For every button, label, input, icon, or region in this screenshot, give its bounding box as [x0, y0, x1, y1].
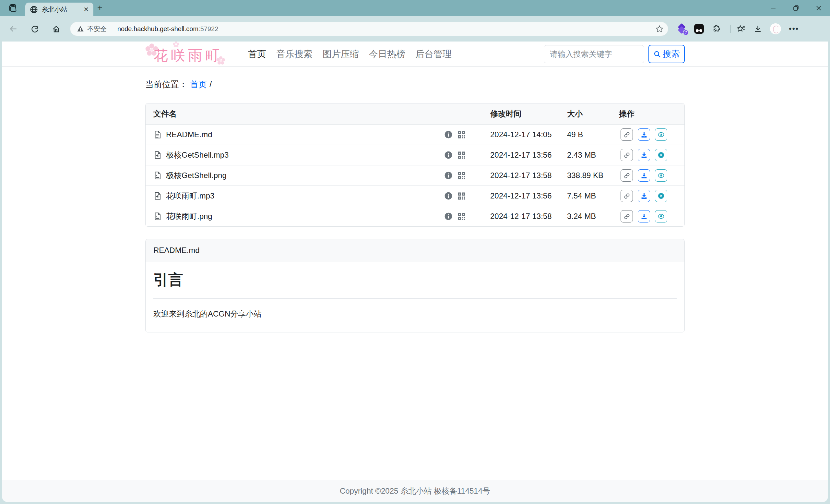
file-modified: 2024-12-17 13:56 — [490, 151, 567, 160]
info-icon[interactable] — [444, 212, 453, 221]
downloads-icon[interactable] — [754, 25, 762, 33]
qr-code-icon[interactable] — [457, 151, 466, 159]
file-name[interactable]: 极核GetShell.mp3 — [166, 150, 229, 160]
more-menu-icon[interactable]: ••• — [789, 24, 799, 33]
qr-code-icon[interactable] — [457, 213, 466, 221]
omnibox-divider — [112, 25, 112, 32]
file-size: 338.89 KB — [567, 171, 619, 180]
nav-item-admin[interactable]: 后台管理 — [415, 48, 452, 60]
back-button[interactable] — [8, 23, 19, 34]
restore-button[interactable] — [785, 0, 807, 16]
copyright-text: Copyright ©2025 糸北小站 极核备114514号 — [340, 486, 490, 496]
nav-item-hot-list[interactable]: 今日热榜 — [369, 48, 405, 60]
search-icon — [653, 51, 661, 58]
profile-avatar[interactable] — [770, 23, 781, 34]
home-button[interactable] — [51, 23, 62, 34]
browser-tab[interactable]: 糸北小站 ✕ — [25, 3, 93, 16]
file-table: 文件名 修改时间 大小 操作 README.md — [145, 103, 685, 227]
qr-code-icon[interactable] — [457, 192, 466, 200]
file-image-icon — [153, 171, 162, 180]
file-size: 3.24 MB — [567, 212, 619, 221]
tab-title: 糸北小站 — [41, 5, 82, 14]
extensions-puzzle-icon[interactable] — [712, 24, 721, 33]
site-logo[interactable]: 花咲雨町 — [145, 41, 230, 67]
table-row: 花咲雨町.mp3 2024-12-17 13:56 7.54 MB — [146, 186, 684, 206]
table-row: README.md 2024-12-17 14:05 49 B — [146, 124, 684, 145]
globe-favicon — [30, 5, 38, 13]
reload-button[interactable] — [29, 23, 40, 34]
file-modified: 2024-12-17 13:58 — [490, 171, 567, 180]
file-table-body: README.md 2024-12-17 14:05 49 B — [146, 124, 684, 226]
search-box: 搜索 — [544, 45, 685, 63]
extension-widget-icon[interactable] — [694, 24, 704, 34]
file-size: 2.43 MB — [567, 151, 619, 160]
toolbar-extensions: 7 ••• — [677, 23, 807, 34]
search-input[interactable] — [544, 45, 644, 63]
breadcrumb-home-link[interactable]: 首页 — [190, 79, 207, 90]
search-button-label: 搜索 — [663, 48, 680, 60]
address-bar[interactable]: 不安全 node.hackhub.get-shell.com :57922 — [70, 22, 668, 36]
copy-link-button[interactable] — [620, 128, 633, 141]
close-window-button[interactable] — [807, 0, 830, 16]
download-button[interactable] — [638, 190, 650, 202]
play-button[interactable] — [655, 190, 667, 202]
url-host[interactable]: node.hackhub.get-shell.com — [117, 25, 198, 33]
breadcrumb-separator: / — [210, 80, 212, 90]
window-controls — [762, 0, 830, 16]
main-nav: 首页 音乐搜索 图片压缩 今日热榜 后台管理 — [248, 48, 452, 60]
table-row: 花咲雨町.png 2024-12-17 13:58 3.24 MB — [146, 206, 684, 226]
qr-code-icon[interactable] — [457, 171, 466, 180]
readme-paragraph: 欢迎来到糸北的ACGN分享小站 — [153, 309, 677, 319]
new-tab-button[interactable]: + — [97, 3, 102, 12]
file-modified: 2024-12-17 13:56 — [490, 191, 567, 200]
file-size: 7.54 MB — [567, 191, 619, 200]
site-header: 花咲雨町 首页 音乐搜索 图片压缩 今日热榜 后台管理 搜索 — [2, 41, 828, 67]
nav-item-image-compress[interactable]: 图片压缩 — [323, 48, 359, 60]
preview-eye-button[interactable] — [655, 210, 667, 222]
readme-card-body: 引言 欢迎来到糸北的ACGN分享小站 — [146, 261, 684, 332]
tab-strip: 糸北小站 ✕ + — [0, 0, 830, 16]
play-button[interactable] — [655, 149, 667, 161]
search-button[interactable]: 搜索 — [648, 45, 685, 63]
collections-icon[interactable] — [737, 24, 746, 33]
browser-toolbar: 不安全 node.hackhub.get-shell.com :57922 7 — [0, 16, 830, 41]
header-actions: 操作 — [619, 108, 684, 119]
download-button[interactable] — [638, 128, 650, 141]
file-name[interactable]: 花咲雨町.mp3 — [166, 191, 214, 201]
info-icon[interactable] — [444, 171, 453, 180]
file-name[interactable]: 花咲雨町.png — [166, 211, 212, 222]
download-button[interactable] — [638, 149, 650, 161]
info-icon[interactable] — [444, 151, 453, 159]
readme-preview-card: README.md 引言 欢迎来到糸北的ACGN分享小站 — [145, 239, 685, 333]
file-text-icon — [153, 130, 162, 139]
tab-close-icon[interactable]: ✕ — [82, 5, 90, 13]
warning-icon — [77, 25, 84, 32]
security-label[interactable]: 不安全 — [87, 25, 107, 33]
file-name[interactable]: 极核GetShell.png — [166, 170, 227, 181]
workspaces-icon[interactable] — [8, 4, 18, 13]
copy-link-button[interactable] — [620, 149, 633, 161]
breadcrumb: 当前位置： 首页 / — [145, 67, 685, 90]
file-name[interactable]: README.md — [166, 130, 212, 139]
preview-eye-button[interactable] — [655, 128, 667, 141]
header-modified: 修改时间 — [490, 108, 567, 119]
file-size: 49 B — [567, 130, 619, 139]
nav-item-home[interactable]: 首页 — [248, 48, 266, 60]
table-row: 极核GetShell.png 2024-12-17 13:58 338.89 K… — [146, 165, 684, 186]
download-button[interactable] — [638, 210, 650, 222]
url-port[interactable]: :57922 — [198, 25, 218, 33]
info-icon[interactable] — [444, 130, 453, 139]
nav-item-music-search[interactable]: 音乐搜索 — [276, 48, 313, 60]
bookmark-star-icon[interactable] — [656, 25, 663, 33]
rewards-icon[interactable]: 7 — [677, 24, 687, 33]
info-icon[interactable] — [444, 192, 453, 200]
qr-code-icon[interactable] — [457, 131, 466, 139]
minimize-button[interactable] — [762, 0, 785, 16]
download-button[interactable] — [638, 169, 650, 182]
file-modified: 2024-12-17 13:58 — [490, 212, 567, 221]
copy-link-button[interactable] — [620, 210, 633, 222]
preview-eye-button[interactable] — [655, 169, 667, 182]
file-audio-icon — [153, 192, 162, 200]
copy-link-button[interactable] — [620, 190, 633, 202]
copy-link-button[interactable] — [620, 169, 633, 182]
